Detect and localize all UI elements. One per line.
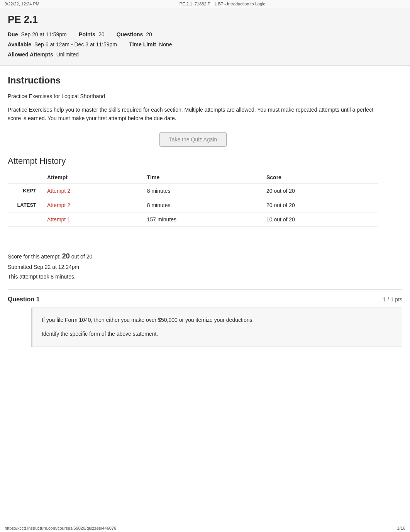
col-header-label <box>8 171 42 184</box>
score-prefix: Score for this attempt: <box>8 253 61 260</box>
row-label-1: LATEST <box>8 198 42 212</box>
col-header-time: Time <box>142 171 262 184</box>
time-limit-label: Time Limit <box>129 40 156 49</box>
score-line3: This attempt took 8 minutes. <box>8 272 402 282</box>
question-1-pts: 1 / 1 pts <box>383 296 402 303</box>
attempt-link-1[interactable]: Attempt 2 <box>47 202 70 208</box>
score-value: 20 <box>62 252 70 260</box>
questions-value: 20 <box>146 30 152 39</box>
score-line1: Score for this attempt: 20 out of 20 <box>8 250 402 262</box>
available-label: Available <box>8 40 31 49</box>
points-value: 20 <box>98 30 105 39</box>
row-time-1: 8 minutes <box>142 198 262 212</box>
score-line2: Submitted Sep 22 at 12:24pm <box>8 262 402 272</box>
table-row: KEPTAttempt 28 minutes20 out of 20 <box>8 184 378 198</box>
points-label: Points <box>79 30 95 39</box>
row-time-0: 8 minutes <box>142 184 262 198</box>
question-1-section: Question 1 1 / 1 pts If you file Form 10… <box>8 289 402 347</box>
instructions-heading: Instructions <box>8 75 378 86</box>
due-label: Due <box>8 30 18 39</box>
table-row: Attempt 1157 minutes10 out of 20 <box>8 212 378 226</box>
browser-page-title: PE 2.1: 71882 PHIL B7 - Introduction to … <box>180 2 265 6</box>
browser-bar: 9/22/22, 12:24 PM PE 2.1: 71882 PHIL B7 … <box>0 0 410 8</box>
score-summary: Score for this attempt: 20 out of 20 Sub… <box>0 245 410 284</box>
question-1-title: Question 1 <box>8 296 40 303</box>
table-header-row: Attempt Time Score <box>8 171 378 184</box>
table-row: LATESTAttempt 28 minutes20 out of 20 <box>8 198 378 212</box>
row-attempt-2[interactable]: Attempt 1 <box>42 212 142 226</box>
instructions-line1: Practice Exercises for Logical Shorthand <box>8 92 378 100</box>
questions-label: Questions <box>117 30 143 39</box>
quiz-meta: Due Sep 20 at 11:59pm Points 20 Question… <box>8 30 402 59</box>
quiz-button-container: Take the Quiz Again <box>8 132 378 147</box>
allowed-attempts-value: Unlimited <box>56 50 79 59</box>
content-area: Instructions Practice Exercises for Logi… <box>0 66 386 245</box>
attempt-history-heading: Attempt History <box>8 156 378 166</box>
question-1-header: Question 1 1 / 1 pts <box>8 296 402 303</box>
question-1-body2: Identify the specific form of the above … <box>42 330 393 339</box>
allowed-attempts-label: Allowed Attempts <box>8 50 53 59</box>
question-1-body1: If you file Form 1040, then either you m… <box>42 316 393 325</box>
row-attempt-1[interactable]: Attempt 2 <box>42 198 142 212</box>
due-value: Sep 20 at 11:59pm <box>21 30 66 39</box>
col-header-attempt: Attempt <box>42 171 142 184</box>
page-header: PE 2.1 Due Sep 20 at 11:59pm Points 20 Q… <box>0 8 410 66</box>
question-1-box: If you file Form 1040, then either you m… <box>31 308 402 347</box>
instructions-line2: Practice Exercises help you to master th… <box>8 105 378 123</box>
attempt-link-2[interactable]: Attempt 1 <box>47 216 70 223</box>
row-label-0: KEPT <box>8 184 42 198</box>
row-score-2: 10 out of 20 <box>262 212 378 226</box>
meta-row-3: Allowed Attempts Unlimited <box>8 50 402 59</box>
row-score-1: 20 out of 20 <box>262 198 378 212</box>
browser-timestamp: 9/22/22, 12:24 PM <box>5 2 39 6</box>
take-quiz-button[interactable]: Take the Quiz Again <box>159 132 227 147</box>
attempt-link-0[interactable]: Attempt 2 <box>47 188 70 194</box>
col-header-score: Score <box>262 171 378 184</box>
meta-row-1: Due Sep 20 at 11:59pm Points 20 Question… <box>8 30 402 39</box>
time-limit-value: None <box>159 40 172 49</box>
available-value: Sep 6 at 12am - Dec 3 at 11:59pm <box>34 40 117 49</box>
row-attempt-0[interactable]: Attempt 2 <box>42 184 142 198</box>
page-title: PE 2.1 <box>8 14 402 25</box>
row-time-2: 157 minutes <box>142 212 262 226</box>
attempt-history-table: Attempt Time Score KEPTAttempt 28 minute… <box>8 171 378 227</box>
row-label-2 <box>8 212 42 226</box>
meta-row-2: Available Sep 6 at 12am - Dec 3 at 11:59… <box>8 40 402 49</box>
row-score-0: 20 out of 20 <box>262 184 378 198</box>
